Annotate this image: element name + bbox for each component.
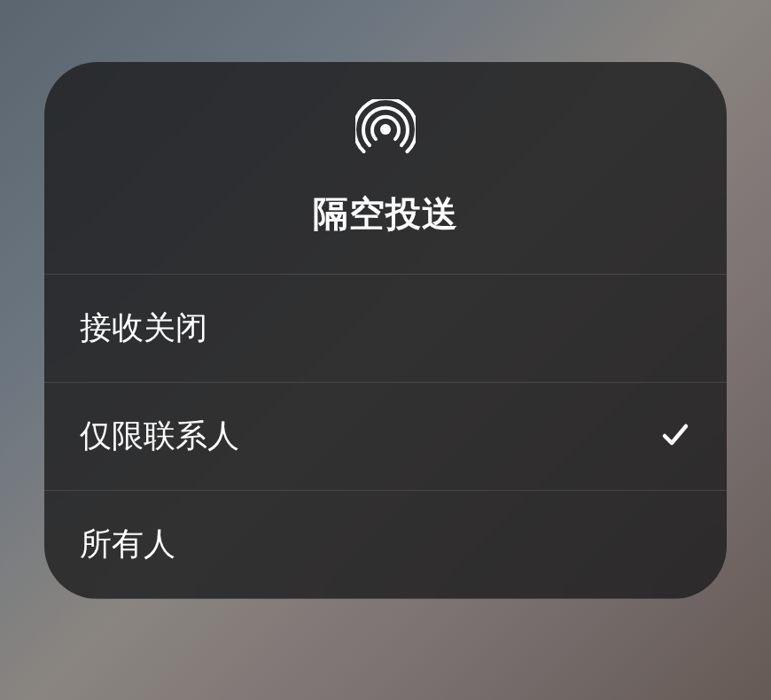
option-receiving-off[interactable]: 接收关闭 [44,275,727,383]
option-contacts-only[interactable]: 仅限联系人 [44,383,727,491]
option-label: 仅限联系人 [80,415,239,458]
option-everyone[interactable]: 所有人 [44,491,727,599]
svg-point-0 [380,124,391,135]
option-label: 接收关闭 [80,307,207,350]
option-label: 所有人 [80,523,175,566]
checkmark-icon [659,419,691,455]
airdrop-icon [355,99,416,163]
panel-header: 隔空投送 [44,62,727,275]
airdrop-settings-panel: 隔空投送 接收关闭 仅限联系人 所有人 [44,62,727,599]
panel-title: 隔空投送 [313,190,458,238]
